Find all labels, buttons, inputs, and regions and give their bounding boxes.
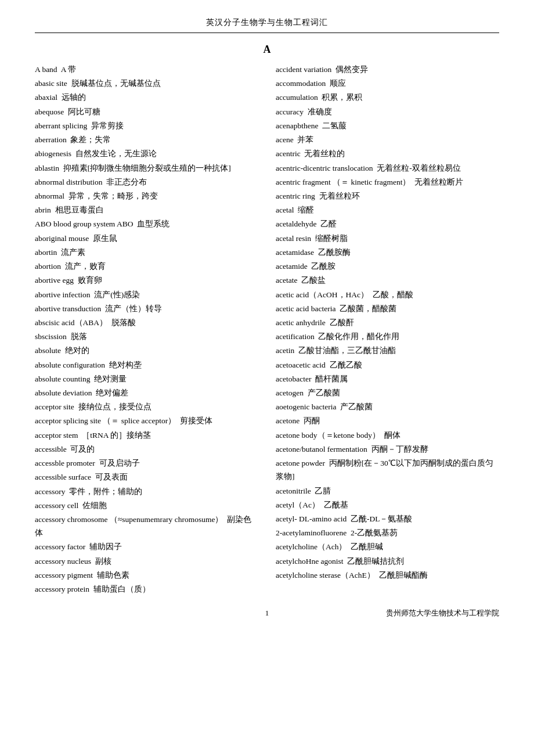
entry-zh: 可及的 [70, 445, 95, 453]
list-item: acetyl（Ac） 乙酰基 [276, 498, 499, 512]
entry-en: acetoacetic acid [276, 361, 326, 369]
entry-zh: 零件，附件；辅助的 [69, 487, 142, 496]
entry-zh: 2-乙酰氨基芴 [351, 528, 398, 537]
list-item: acetonitrile 乙腈 [276, 484, 499, 498]
footer-right: 贵州师范大学生物技术与工程学院 [344, 608, 499, 618]
list-item: abnormal 异常，失常；畸形，跨变 [35, 189, 258, 203]
entry-en: aoetogenic bacteria [276, 402, 337, 411]
entry-en: acetylcholine（Ach） [276, 542, 347, 551]
entry-en: acetyl（Ac） [276, 501, 320, 509]
entry-en: acetylcholine sterase（AchE） [276, 571, 375, 579]
entry-zh: 乙酸盐 [301, 276, 326, 285]
entry-en: acceptor site [35, 402, 74, 411]
entry-en: accessory pigment [35, 571, 93, 579]
entry-en: accommodation [276, 79, 326, 88]
entry-zh: ［tRNA 的］接纳茎 [82, 431, 151, 440]
entry-en: acceptor stem [35, 431, 78, 440]
entry-zh: 偶然变异 [335, 65, 368, 74]
entry-en: abrin [35, 206, 51, 214]
list-item: acceptor stem ［tRNA 的］接纳茎 [35, 429, 258, 442]
entry-en: absolute [35, 346, 61, 355]
page-footer: 1 贵州师范大学生物技术与工程学院 [35, 608, 499, 618]
entry-zh: 乙酸菌，醋酸菌 [340, 304, 396, 313]
list-item: acentric 无着丝粒的 [276, 147, 499, 160]
entry-zh: 乙酰-DL－氨基酸 [351, 514, 413, 523]
list-item: acetobacter 醋杆菌属 [276, 372, 499, 386]
list-item: accessory protein 辅助蛋白（质） [35, 582, 258, 596]
entry-zh: 缩醛 [298, 206, 314, 214]
entry-zh: 无着丝粒断片 [414, 178, 463, 186]
list-item: accessory nucleus 副核 [35, 555, 258, 568]
list-item: abortion 流产，败育 [35, 260, 258, 273]
list-item: acetone/butanol fermentation 丙酮－丁醇发酵 [276, 442, 499, 456]
entry-en: acetone powder [276, 459, 325, 467]
entry-en: accident variation [276, 65, 331, 74]
entry-en: abscisic acid（ABA） [35, 318, 107, 327]
entry-zh: 流产，败育 [65, 262, 106, 271]
list-item: accumulation 积累，累积 [276, 91, 499, 104]
entry-en: acene [276, 135, 294, 144]
list-item: accessible 可及的 [35, 442, 258, 456]
list-item: acentric fragment （＝ kinetic fragment） 无… [276, 175, 499, 189]
entry-en: acetaldehyde [276, 219, 316, 228]
entry-zh: 乙醛 [320, 219, 337, 228]
entry-zh: 接纳位点，接受位点 [78, 402, 151, 411]
right-column: accident variation 偶然变异accommodation 顺应a… [276, 63, 499, 582]
entry-en: accessory [35, 487, 65, 496]
list-item: absolute 绝对的 [35, 344, 258, 357]
list-item: acetogen 产乙酸菌 [276, 386, 499, 399]
list-item: abortin 流产素 [35, 246, 258, 259]
entry-en: abortin [35, 248, 57, 257]
entry-zh: 绝对偏差 [96, 388, 128, 397]
list-item: acetic anhydrile 乙酸酐 [276, 316, 499, 329]
list-item: abortive infection 流产(性)感染 [35, 288, 258, 301]
entry-zh: 乙腈 [315, 487, 331, 495]
entry-zh: 准确度 [308, 107, 332, 116]
entry-zh: 乙酸甘油酯，三乙酰甘油酯 [298, 346, 396, 355]
list-item: acetoacetic acid 乙酰乙酸 [276, 358, 499, 372]
entry-en: absolute deviation [35, 388, 92, 397]
entry-zh: 流产素 [61, 248, 85, 257]
entry-zh: 流产(性)感染 [94, 290, 140, 299]
entry-en: accessory factor [35, 542, 85, 551]
entry-zh: 乙酸化作用，醋化作用 [318, 332, 399, 341]
entry-en: acetal [276, 206, 294, 214]
entry-zh: 无着丝粒环 [319, 192, 360, 200]
entry-zh: 无着丝粒的 [304, 149, 345, 158]
entry-en: abnormal distribution [35, 178, 103, 186]
list-item: accessory 零件，附件；辅助的 [35, 485, 258, 498]
entry-en: abnormal [35, 192, 64, 200]
entry-zh: 乙酰胺 [311, 262, 335, 271]
list-item: abnormal distribution 非正态分布 [35, 175, 258, 189]
entry-en: acentric-dicentric translocation [276, 164, 373, 172]
entry-en: acetone [276, 416, 300, 425]
list-item: acetic acid bacteria 乙酸菌，醋酸菌 [276, 302, 499, 315]
entry-zh: 缩醛树脂 [315, 234, 348, 243]
list-item: acetamidase 乙酰胺酶 [276, 246, 499, 259]
list-item: acetone powder 丙酮制粉[在－30℃以下加丙酮制成的蛋白质匀浆物] [276, 456, 499, 483]
footer-page-number: 1 [190, 609, 345, 618]
entry-zh: 乙酸酐 [330, 318, 354, 327]
entry-zh: 可及表面 [95, 473, 128, 481]
entry-zh: 脱落酸 [111, 318, 136, 327]
entry-en: acetamidase [276, 248, 314, 257]
list-item: abaxial 远轴的 [35, 91, 258, 104]
list-item: abiogenesis 自然发生论，无生源论 [35, 147, 258, 160]
list-item: acetyl- DL-amino acid 乙酰-DL－氨基酸 [276, 512, 499, 525]
entry-zh: 佐细胞 [82, 501, 107, 510]
entry-zh: 辅助色素 [97, 571, 129, 579]
entry-zh: 顺应 [330, 79, 346, 88]
entry-zh: 绝对的 [65, 346, 89, 355]
list-item: acetate 乙酸盐 [276, 273, 499, 287]
list-item: acenapbthene 二氢菔 [276, 119, 499, 132]
entry-zh: 血型系统 [137, 219, 169, 228]
entry-zh: 剪接受体 [180, 416, 212, 425]
section-letter: A [35, 44, 499, 56]
entry-en: acetogen [276, 388, 304, 397]
entry-en: acetone body（＝ketone body） [276, 431, 380, 440]
entry-en: acetobacter [276, 375, 311, 383]
entry-en: acetification [276, 332, 315, 341]
entry-en: aberration [35, 135, 67, 144]
list-item: aberration 象差；失常 [35, 133, 258, 146]
list-item: ABO blood group system ABO 血型系统 [35, 217, 258, 231]
